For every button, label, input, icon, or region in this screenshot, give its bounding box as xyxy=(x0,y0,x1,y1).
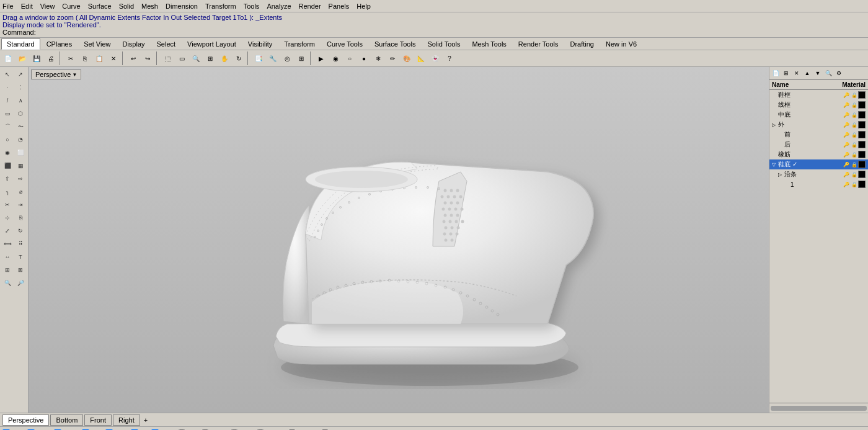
cut-btn[interactable]: ✂ xyxy=(64,52,78,65)
layer-color-swatch[interactable] xyxy=(858,101,866,109)
rectangle-tool[interactable]: ▭ xyxy=(1,107,14,120)
layer-visible-icon[interactable]: 🔒 xyxy=(851,101,858,109)
layer-visible-icon[interactable]: 🔒 xyxy=(851,121,858,128)
layer-row-6[interactable]: 后 🔑 🔒 xyxy=(769,140,868,150)
open-btn[interactable]: 📂 xyxy=(16,52,29,65)
layer-lock-icon[interactable]: 🔑 xyxy=(843,161,850,168)
layer-color-swatch[interactable] xyxy=(858,161,866,168)
viewport-dropdown-icon[interactable]: ▼ xyxy=(72,72,77,78)
layer-row-1[interactable]: 鞋框 🔑 🔒 xyxy=(769,90,868,100)
layer-lock-icon[interactable]: 🔑 xyxy=(843,151,850,158)
viewport-label[interactable]: Perspective ▼ xyxy=(31,69,81,79)
layer-row-2[interactable]: 线框 🔑 🔒 xyxy=(769,100,868,110)
layer-visible-icon[interactable]: 🔒 xyxy=(851,181,858,188)
polyline-tool[interactable]: ∧ xyxy=(14,94,27,107)
explode-tool[interactable]: ⊠ xyxy=(14,264,27,276)
layer-lock-icon[interactable]: 🔑 xyxy=(843,121,850,128)
loft-tool[interactable]: ⇨ xyxy=(14,172,27,185)
menu-edit[interactable]: Edit xyxy=(21,2,33,10)
point-tool[interactable]: · xyxy=(1,81,14,94)
tab-surface-tools[interactable]: Surface Tools xyxy=(369,38,421,50)
select-tool[interactable]: ↖ xyxy=(1,68,14,81)
zoom-window-btn[interactable]: 🔍 xyxy=(189,52,203,65)
layer-color-swatch[interactable] xyxy=(858,181,866,188)
menu-analyze[interactable]: Analyze xyxy=(267,2,291,10)
layer-color-swatch[interactable] xyxy=(858,141,866,148)
trim-tool[interactable]: ✂ xyxy=(1,199,14,211)
layer-lock-icon[interactable]: 🔑 xyxy=(843,101,850,109)
tab-viewport-layout[interactable]: Viewport Layout xyxy=(182,38,242,50)
layer-lock-icon[interactable]: 🔑 xyxy=(843,111,850,119)
extrude-tool[interactable]: ⇧ xyxy=(1,172,14,185)
move-tool[interactable]: ⊹ xyxy=(1,212,14,224)
select-chain-tool[interactable]: ↗ xyxy=(14,68,27,81)
copy-btn[interactable]: ⎘ xyxy=(78,52,92,65)
rp-down[interactable]: ▼ xyxy=(813,68,823,78)
rotate-btn[interactable]: ↻ xyxy=(232,52,246,65)
curve-tool[interactable]: ⌒ xyxy=(1,120,14,133)
scrollbar-thumb[interactable] xyxy=(771,406,867,411)
viewport-tab-bottom[interactable]: Bottom xyxy=(50,414,83,426)
tab-curve-tools[interactable]: Curve Tools xyxy=(321,38,368,50)
new-btn[interactable]: 📄 xyxy=(1,52,15,65)
layer-lock-icon[interactable]: 🔑 xyxy=(843,131,850,138)
tab-visibility[interactable]: Visibility xyxy=(242,38,278,50)
layer-row-9[interactable]: ▷ 沿条 🔑 🔒 xyxy=(769,169,868,179)
menu-view[interactable]: View xyxy=(40,2,55,10)
tab-transform[interactable]: Transform xyxy=(278,38,321,50)
menu-tools[interactable]: Tools xyxy=(244,2,260,10)
tab-solid-tools[interactable]: Solid Tools xyxy=(422,38,466,50)
layer-color-swatch[interactable] xyxy=(858,171,866,178)
tech-draw-btn[interactable]: 📐 xyxy=(414,52,428,65)
layer-color-swatch[interactable] xyxy=(858,151,866,158)
menu-dimension[interactable]: Dimension xyxy=(166,2,198,10)
help-btn[interactable]: ? xyxy=(443,52,456,65)
rotate-3d-tool[interactable]: ↻ xyxy=(14,225,27,237)
pan-btn[interactable]: ✋ xyxy=(218,52,231,65)
multi-point-tool[interactable]: ⁚ xyxy=(14,81,27,94)
tab-display[interactable]: Display xyxy=(117,38,150,50)
layer-row-4[interactable]: ▷ 外 🔑 🔒 xyxy=(769,120,868,130)
menu-mesh[interactable]: Mesh xyxy=(141,2,158,10)
menu-render[interactable]: Render xyxy=(299,2,321,10)
scale-tool[interactable]: ⤢ xyxy=(1,225,14,237)
layer-row-3[interactable]: 中底 🔑 🔒 xyxy=(769,110,868,120)
tab-render-tools[interactable]: Render Tools xyxy=(513,38,564,50)
print-btn[interactable]: 🖨 xyxy=(44,52,58,65)
layer-row-10[interactable]: 1 🔑 🔒 xyxy=(769,179,868,189)
array-tool[interactable]: ⠿ xyxy=(14,238,27,250)
layer-visible-icon[interactable]: 🔒 xyxy=(851,161,858,168)
rp-filter[interactable]: 🔍 xyxy=(823,68,833,78)
arc-tool[interactable]: ◔ xyxy=(14,133,27,146)
delete-btn[interactable]: ✕ xyxy=(107,52,120,65)
tab-setview[interactable]: Set View xyxy=(78,38,116,50)
layer-lock-icon[interactable]: 🔑 xyxy=(843,181,850,188)
render-preview-btn[interactable]: ▶ xyxy=(314,52,328,65)
layer-row-8[interactable]: ▽ 鞋底 ✓ 🔑 🔒 xyxy=(769,159,868,169)
pen-btn[interactable]: ✏ xyxy=(386,52,399,65)
artistic-btn[interactable]: 🎨 xyxy=(400,52,414,65)
menu-surface[interactable]: Surface xyxy=(88,2,112,10)
surface-tool[interactable]: ⬛ xyxy=(1,159,14,172)
layer-visible-icon[interactable]: 🔒 xyxy=(851,131,858,138)
tab-drafting[interactable]: Drafting xyxy=(564,38,600,50)
menu-curve[interactable]: Curve xyxy=(62,2,80,10)
ghosted-btn[interactable]: 👻 xyxy=(428,52,442,65)
layer-visible-icon[interactable]: 🔒 xyxy=(851,141,858,148)
zoom-tool[interactable]: 🔍 xyxy=(1,277,14,289)
layer-color-swatch[interactable] xyxy=(858,111,866,119)
select-btn[interactable]: ⬚ xyxy=(161,52,174,65)
rp-delete[interactable]: ✕ xyxy=(792,68,802,78)
layer-visible-icon[interactable]: 🔒 xyxy=(851,151,858,158)
grid-btn[interactable]: ⊞ xyxy=(294,52,308,65)
rp-new-layer[interactable]: 📄 xyxy=(771,68,781,78)
mirror-tool[interactable]: ⟺ xyxy=(1,238,14,250)
viewport-area[interactable]: Perspective ▼ xyxy=(29,67,769,413)
layer-lock-icon[interactable]: 🔑 xyxy=(843,171,850,178)
shaded-btn[interactable]: ◉ xyxy=(329,52,342,65)
viewport-tab-front[interactable]: Front xyxy=(84,414,112,426)
viewport-tab-right[interactable]: Right xyxy=(113,414,140,426)
tab-cplanes[interactable]: CPlanes xyxy=(41,38,78,50)
arctic-btn[interactable]: ❄ xyxy=(371,52,385,65)
add-viewport-tab[interactable]: + xyxy=(141,415,150,425)
